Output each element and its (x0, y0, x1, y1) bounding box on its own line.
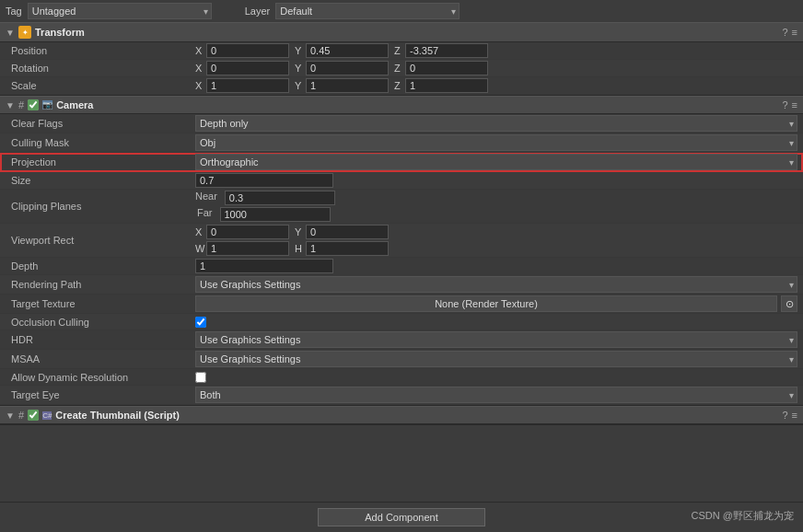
thumbnail-collapse-triangle[interactable]: ▼ (6, 411, 15, 420)
camera-collapse-triangle[interactable]: ▼ (6, 100, 15, 110)
transform-menu-icon[interactable]: ≡ (792, 27, 797, 38)
position-x-group: X (195, 43, 289, 58)
target-texture-button[interactable]: None (Render Texture) (195, 295, 777, 312)
camera-enabled-checkbox[interactable] (28, 99, 39, 110)
depth-row: Depth (0, 258, 803, 275)
layer-dropdown[interactable]: Default (275, 3, 460, 19)
clear-flags-dropdown-wrapper: Depth only (195, 115, 797, 132)
hdr-value: Use Graphics Settings (195, 331, 797, 348)
target-texture-picker-btn[interactable]: ⊙ (781, 295, 797, 312)
projection-dropdown-wrapper: Orthographic (195, 154, 797, 170)
rotation-z-group: Z (394, 61, 488, 75)
inspector-panel: Tag Untagged Layer Default ▼ ✦ Transform… (0, 0, 803, 532)
msaa-dropdown[interactable]: Use Graphics Settings (195, 351, 797, 367)
clear-flags-dropdown[interactable]: Depth only (195, 115, 797, 132)
position-row: Position X Y Z (0, 42, 803, 60)
rotation-y-group: Y (295, 61, 389, 75)
position-z-group: Z (394, 43, 488, 58)
scale-x-input[interactable] (206, 78, 289, 93)
position-y-input[interactable] (306, 43, 389, 58)
position-value: X Y Z (195, 43, 797, 58)
culling-mask-label: Culling Mask (11, 137, 195, 148)
near-input[interactable] (225, 191, 335, 205)
position-z-input[interactable] (405, 43, 488, 58)
dynamic-resolution-checkbox[interactable] (195, 372, 206, 383)
depth-label: Depth (11, 260, 195, 272)
rotation-x-input[interactable] (206, 61, 289, 75)
viewport-h-group: H (295, 241, 389, 256)
culling-mask-dropdown[interactable]: Obj (195, 134, 797, 151)
viewport-rect-value: X Y W (195, 225, 797, 256)
rotation-y-input[interactable] (306, 61, 389, 75)
watermark: CSDN @野区捕龙为宠 (692, 509, 794, 523)
camera-header: ▼ # 📷 Camera ? ≡ (0, 96, 803, 114)
occlusion-culling-row: Occlusion Culling (0, 314, 803, 330)
size-input[interactable] (195, 173, 333, 188)
culling-mask-row: Culling Mask Obj (0, 133, 803, 153)
scale-y-group: Y (295, 78, 389, 93)
projection-label: Projection (11, 156, 195, 168)
target-texture-value: None (Render Texture) ⊙ (195, 295, 797, 312)
viewport-rect-group: X Y W (195, 225, 389, 256)
target-texture-row: Target Texture None (Render Texture) ⊙ (0, 295, 803, 314)
thumbnail-enabled-checkbox[interactable] (28, 410, 39, 421)
rotation-z-input[interactable] (405, 61, 488, 75)
clear-flags-row: Clear Flags Depth only (0, 114, 803, 133)
rotation-row: Rotation X Y Z (0, 60, 803, 77)
position-z-label: Z (394, 45, 403, 56)
viewport-w-label: W (195, 243, 204, 254)
camera-help-icon[interactable]: ? (782, 99, 787, 110)
dynamic-resolution-label: Allow Dynamic Resolution (11, 372, 195, 383)
scale-z-input[interactable] (405, 78, 488, 93)
target-eye-dropdown[interactable]: Both (195, 387, 797, 403)
scale-value: X Y Z (195, 78, 797, 93)
transform-collapse-triangle[interactable]: ▼ (6, 28, 15, 37)
clear-flags-label: Clear Flags (11, 118, 195, 129)
projection-row: Projection Orthographic (0, 153, 803, 172)
depth-input[interactable] (195, 259, 333, 273)
transform-help-icon[interactable]: ? (782, 27, 787, 38)
hdr-dropdown[interactable]: Use Graphics Settings (195, 331, 797, 348)
add-component-button[interactable]: Add Component (318, 508, 485, 526)
projection-dropdown[interactable]: Orthographic (195, 154, 797, 170)
rendering-path-value: Use Graphics Settings (195, 276, 797, 293)
camera-menu-icon[interactable]: ≡ (792, 99, 797, 110)
transform-header: ▼ ✦ Transform ? ≡ (0, 22, 803, 42)
rendering-path-dropdown[interactable]: Use Graphics Settings (195, 276, 797, 293)
viewport-x-input[interactable] (206, 225, 289, 239)
msaa-dropdown-wrapper: Use Graphics Settings (195, 351, 797, 367)
occlusion-culling-checkbox[interactable] (195, 317, 206, 328)
target-eye-label: Target Eye (11, 389, 195, 400)
create-thumbnail-header: ▼ # C# Create Thumbnail (Script) ? ≡ (0, 406, 803, 424)
viewport-rect-row: Viewport Rect X Y (0, 224, 803, 258)
size-value (195, 173, 797, 188)
tag-label: Tag (6, 6, 22, 17)
camera-icon: 📷 (42, 100, 52, 110)
viewport-y-input[interactable] (306, 225, 389, 239)
position-x-input[interactable] (206, 43, 289, 58)
position-x-label: X (195, 45, 204, 56)
transform-header-icons: ? ≡ (782, 27, 797, 38)
msaa-row: MSAA Use Graphics Settings (0, 350, 803, 369)
tag-dropdown[interactable]: Untagged (28, 3, 212, 19)
size-row: Size (0, 172, 803, 190)
rendering-path-label: Rendering Path (11, 279, 195, 290)
culling-mask-dropdown-wrapper: Obj (195, 134, 797, 151)
rotation-x-group: X (195, 61, 289, 75)
create-thumbnail-component: ▼ # C# Create Thumbnail (Script) ? ≡ (0, 406, 803, 425)
scroll-area[interactable]: ▼ ✦ Transform ? ≡ Position X (0, 22, 803, 502)
depth-value (195, 259, 797, 273)
rendering-path-row: Rendering Path Use Graphics Settings (0, 275, 803, 295)
viewport-h-input[interactable] (306, 241, 389, 256)
target-eye-value: Both (195, 387, 797, 403)
far-input[interactable] (220, 207, 331, 222)
camera-component: ▼ # 📷 Camera ? ≡ Clear Flags Depth only (0, 96, 803, 406)
thumbnail-menu-icon[interactable]: ≡ (792, 410, 797, 421)
thumbnail-header-icons: ? ≡ (782, 410, 797, 421)
scale-y-input[interactable] (306, 78, 389, 93)
viewport-w-input[interactable] (206, 241, 289, 256)
clipping-planes-group: Near Far (195, 191, 335, 222)
viewport-y-label: Y (295, 226, 304, 237)
viewport-x-group: X (195, 225, 289, 239)
thumbnail-help-icon[interactable]: ? (782, 410, 787, 421)
